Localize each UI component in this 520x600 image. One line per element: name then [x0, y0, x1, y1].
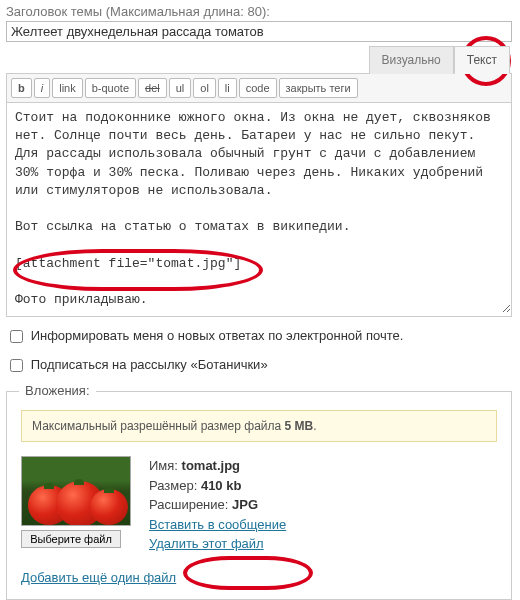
- toolbar-link[interactable]: link: [52, 78, 83, 98]
- toolbar-blockquote[interactable]: b-quote: [85, 78, 136, 98]
- notify-option[interactable]: Информировать меня о новых ответах по эл…: [6, 328, 403, 343]
- toolbar-li[interactable]: li: [218, 78, 237, 98]
- subscribe-checkbox[interactable]: [10, 359, 23, 372]
- add-more-link[interactable]: Добавить ещё один файл: [21, 570, 176, 585]
- content-textarea[interactable]: Стоит на подоконнике южного окна. Из окн…: [7, 103, 511, 313]
- notify-checkbox[interactable]: [10, 330, 23, 343]
- notify-label: Информировать меня о новых ответах по эл…: [31, 328, 404, 343]
- editor-toolbar: b i link b-quote del ul ol li code закры…: [6, 73, 512, 103]
- delete-link[interactable]: Удалить этот файл: [149, 536, 264, 551]
- toolbar-code[interactable]: code: [239, 78, 277, 98]
- toolbar-ol[interactable]: ol: [193, 78, 216, 98]
- toolbar-ul[interactable]: ul: [169, 78, 192, 98]
- attachment-row: Выберите файл Имя: tomat.jpg Размер: 410…: [21, 456, 497, 554]
- choose-file-button[interactable]: Выберите файл: [21, 530, 121, 548]
- attachments-legend: Вложения:: [19, 383, 96, 398]
- attachment-meta: Имя: tomat.jpg Размер: 410 kb Расширение…: [149, 456, 286, 554]
- attachment-thumbnail: [21, 456, 131, 526]
- toolbar-del[interactable]: del: [138, 78, 167, 98]
- insert-link[interactable]: Вставить в сообщение: [149, 517, 286, 532]
- subscribe-option[interactable]: Подписаться на рассылку «Ботанички»: [6, 357, 268, 372]
- toolbar-close-tags[interactable]: закрыть теги: [279, 78, 358, 98]
- title-label: Заголовок темы (Максимальная длина: 80):: [6, 4, 512, 19]
- attachments-panel: Вложения: Максимальный разрешённый разме…: [6, 391, 512, 600]
- toolbar-bold[interactable]: b: [11, 78, 32, 98]
- title-input[interactable]: [6, 21, 512, 42]
- editor: Визуально Текст b i link b-quote del ul …: [6, 46, 512, 317]
- tab-text[interactable]: Текст: [454, 46, 510, 74]
- tab-visual[interactable]: Визуально: [369, 46, 454, 74]
- max-size-note: Максимальный разрешённый размер файла 5 …: [21, 410, 497, 442]
- toolbar-italic[interactable]: i: [34, 78, 50, 98]
- subscribe-label: Подписаться на рассылку «Ботанички»: [31, 357, 268, 372]
